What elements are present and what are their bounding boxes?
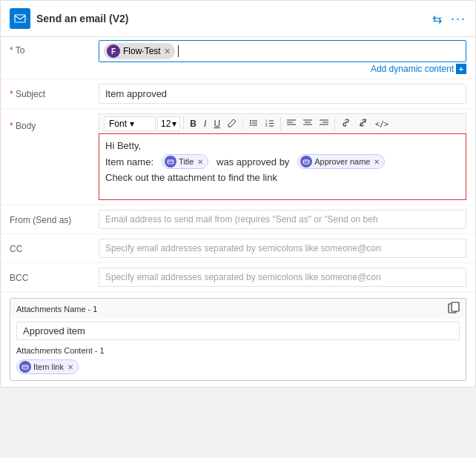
to-input-container[interactable]: F Flow·Test ✕	[99, 40, 466, 62]
add-dynamic-content-link[interactable]: Add dynamic content +	[99, 64, 466, 74]
font-size-selector[interactable]: 12 ▾	[157, 116, 180, 131]
app-icon	[10, 8, 30, 29]
card-title: Send an email (V2)	[36, 13, 128, 24]
item-link-token-label: Item link	[33, 362, 64, 371]
cc-field: Specify email addresses separated by sem…	[99, 239, 466, 258]
unlink-button[interactable]	[355, 116, 371, 131]
approver-token-close[interactable]: ✕	[374, 158, 380, 166]
toolbar-separator-1	[183, 117, 184, 130]
body-field: Font ▾ 12 ▾ B I U 1.2.3.	[99, 113, 466, 200]
attachment-name-label: Attachments Name - 1	[16, 305, 97, 313]
align-left-button[interactable]	[284, 117, 299, 130]
item-link-token-close[interactable]: ✕	[67, 363, 73, 371]
attachment-header: Attachments Name - 1	[10, 299, 466, 319]
body-editor[interactable]: Hi Betty, Item name: Title ✕ was app	[99, 133, 466, 200]
dynamic-content-link-row: Add dynamic content +	[99, 62, 466, 76]
ordered-list-button[interactable]: 1.2.3.	[262, 117, 277, 131]
item-link-token: Item link ✕	[16, 359, 79, 374]
from-input[interactable]: Email address to send mail from (require…	[99, 210, 466, 229]
attachment-name-input[interactable]	[16, 322, 460, 340]
align-right-button[interactable]	[317, 117, 331, 130]
unordered-list-button[interactable]	[246, 117, 261, 131]
toolbar-separator-4	[334, 117, 335, 130]
size-label: 12	[161, 119, 171, 129]
approver-token-icon	[300, 156, 312, 167]
from-field: Email address to send mail from (require…	[99, 210, 466, 229]
body-row: Body Font ▾ 12 ▾ B I U	[1, 109, 475, 205]
body-line-1: Hi Betty,	[105, 140, 460, 151]
svg-text:3.: 3.	[265, 124, 268, 127]
approver-token: Approver name ✕	[297, 154, 385, 169]
svg-point-3	[250, 122, 251, 124]
title-token-label: Title	[179, 157, 194, 166]
tag-avatar: F	[107, 44, 120, 58]
send-email-card: Send an email (V2) ⇆ ··· To F Flow·Test …	[0, 0, 476, 388]
title-token-icon	[165, 156, 176, 167]
title-token: Title ✕	[162, 154, 208, 169]
body-toolbar: Font ▾ 12 ▾ B I U 1.2.3.	[99, 113, 466, 133]
svg-rect-23	[168, 160, 173, 164]
more-options-button[interactable]: ···	[451, 12, 466, 25]
to-tag: F Flow·Test ✕	[104, 43, 175, 59]
body-line-3: Check out the attachment to find the lin…	[105, 172, 460, 183]
toolbar-separator-3	[280, 117, 281, 130]
toolbar-separator-2	[242, 117, 243, 130]
approver-token-label: Approver name	[314, 157, 370, 166]
item-link-token-icon	[19, 361, 31, 373]
tag-close-button[interactable]: ✕	[164, 47, 171, 56]
attachment-content-label: Attachments Content - 1	[10, 343, 466, 356]
to-row: To F Flow·Test ✕ Add dynamic content +	[1, 37, 475, 79]
approved-by-text: was approved by	[216, 156, 289, 167]
font-label: Font	[109, 119, 127, 129]
svg-rect-29	[22, 365, 28, 369]
svg-rect-25	[303, 160, 309, 164]
subject-field	[99, 84, 466, 104]
attachments-section: Attachments Name - 1 Attachments Content…	[10, 298, 466, 381]
link-button[interactable]	[338, 116, 354, 131]
bcc-label: BCC	[10, 268, 99, 283]
underline-button[interactable]: U	[211, 117, 223, 130]
to-label-row: To F Flow·Test ✕ Add dynamic content +	[10, 40, 466, 76]
subject-input[interactable]	[99, 84, 466, 104]
cc-label: CC	[10, 239, 99, 254]
italic-button[interactable]: I	[201, 117, 209, 130]
svg-rect-28	[452, 302, 459, 311]
subject-row: Subject	[1, 79, 475, 109]
cc-row: CC Specify email addresses separated by …	[1, 234, 475, 263]
svg-rect-0	[15, 15, 25, 22]
bcc-row: BCC Specify email addresses separated by…	[1, 263, 475, 292]
add-dynamic-icon: +	[456, 64, 466, 74]
size-arrow-icon: ▾	[172, 119, 176, 129]
copy-icon[interactable]	[448, 302, 460, 316]
pen-button[interactable]	[225, 117, 239, 131]
card-header: Send an email (V2) ⇆ ···	[1, 1, 475, 37]
from-label: From (Send as)	[10, 210, 99, 225]
body-content: Hi Betty, Item name: Title ✕ was app	[105, 140, 460, 183]
body-line-2: Item name: Title ✕ was approved by	[105, 154, 460, 169]
from-row: From (Send as) Email address to send mai…	[1, 205, 475, 234]
cursor	[178, 45, 179, 57]
item-name-text: Item name:	[105, 156, 153, 167]
bcc-input[interactable]: Specify email addresses separated by sem…	[99, 268, 466, 287]
tag-text: Flow·Test	[123, 46, 161, 56]
bold-button[interactable]: B	[187, 117, 199, 130]
font-arrow-icon: ▾	[130, 119, 134, 129]
subject-label: Subject	[10, 84, 99, 99]
header-right: ⇆ ···	[432, 12, 466, 26]
body-label: Body	[10, 113, 99, 131]
attachment-content-row: Item link ✕	[10, 356, 466, 380]
to-label: To	[10, 40, 99, 56]
align-center-button[interactable]	[300, 117, 315, 130]
svg-point-1	[250, 120, 251, 122]
to-field: F Flow·Test ✕ Add dynamic content +	[99, 40, 466, 76]
font-selector[interactable]: Font ▾	[104, 116, 156, 131]
bcc-field: Specify email addresses separated by sem…	[99, 268, 466, 287]
expand-button[interactable]: ⇆	[432, 12, 442, 26]
code-button[interactable]: </>	[372, 119, 391, 130]
title-token-close[interactable]: ✕	[197, 158, 203, 166]
dynamic-content-label: Add dynamic content	[371, 64, 454, 74]
svg-point-5	[250, 125, 251, 126]
header-left: Send an email (V2)	[10, 8, 128, 29]
cc-input[interactable]: Specify email addresses separated by sem…	[99, 239, 466, 258]
attachment-name-row	[10, 319, 466, 343]
